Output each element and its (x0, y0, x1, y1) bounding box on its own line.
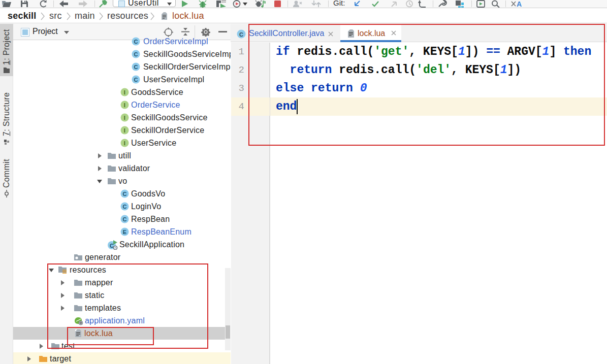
svg-text:I: I (124, 127, 125, 134)
svg-text:I: I (124, 89, 125, 95)
svg-text:C: C (122, 204, 126, 210)
svg-text:C: C (134, 64, 138, 70)
svg-text:C: C (239, 31, 243, 38)
svg-text:A: A (517, 0, 522, 8)
svg-text:I: I (124, 102, 125, 108)
svg-text:I: I (124, 140, 125, 146)
svg-text:C: C (134, 77, 138, 83)
svg-text:C: C (134, 51, 138, 57)
svg-text:C: C (134, 39, 138, 45)
svg-text:C: C (122, 191, 126, 197)
svg-text:C: C (122, 216, 126, 222)
svg-text:E: E (123, 229, 127, 235)
svg-text:I: I (124, 115, 125, 121)
